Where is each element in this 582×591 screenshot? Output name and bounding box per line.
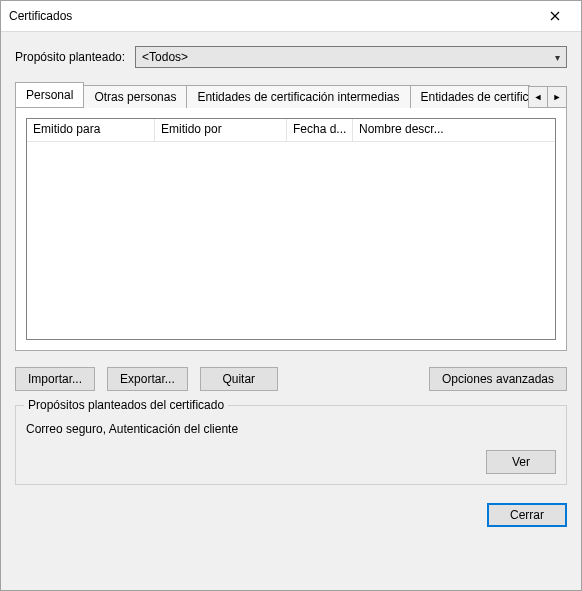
- tab-scroll-right[interactable]: ►: [547, 86, 567, 108]
- col-issued-to[interactable]: Emitido para: [27, 119, 155, 141]
- remove-button[interactable]: Quitar: [200, 367, 278, 391]
- purpose-selected-value: <Todos>: [142, 50, 188, 64]
- chevron-down-icon: ▾: [555, 52, 560, 63]
- tab-intermediate-ca[interactable]: Entidades de certificación intermedias: [186, 85, 410, 108]
- titlebar: Certificados: [1, 1, 581, 32]
- tab-label: Personal: [26, 88, 73, 102]
- view-button[interactable]: Ver: [486, 450, 556, 474]
- cert-purposes-text: Correo seguro, Autenticación del cliente: [26, 422, 556, 436]
- close-button[interactable]: Cerrar: [487, 503, 567, 527]
- export-button[interactable]: Exportar...: [107, 367, 188, 391]
- col-label: Fecha d...: [293, 122, 346, 136]
- col-label: Emitido por: [161, 122, 222, 136]
- import-button[interactable]: Importar...: [15, 367, 95, 391]
- client-area: Propósito planteado: <Todos> ▾ Personal …: [1, 32, 581, 590]
- purpose-select[interactable]: <Todos> ▾: [135, 46, 567, 68]
- footer: Cerrar: [15, 503, 567, 527]
- group-legend: Propósitos planteados del certificado: [24, 398, 228, 412]
- tab-personal[interactable]: Personal: [15, 82, 84, 107]
- col-label: Emitido para: [33, 122, 100, 136]
- tab-other-people[interactable]: Otras personas: [83, 85, 187, 108]
- tab-panel: Emitido para Emitido por Fecha d... Nomb…: [15, 107, 567, 351]
- tab-scroll-nav: ◄ ►: [529, 86, 567, 108]
- certificates-list[interactable]: Emitido para Emitido por Fecha d... Nomb…: [26, 118, 556, 340]
- col-label: Nombre descr...: [359, 122, 444, 136]
- list-header: Emitido para Emitido por Fecha d... Nomb…: [27, 119, 555, 142]
- cert-purposes-group: Propósitos planteados del certificado Co…: [15, 405, 567, 485]
- tab-label: Entidades de certificación intermedias: [197, 90, 399, 104]
- col-expiry[interactable]: Fecha d...: [287, 119, 353, 141]
- list-body[interactable]: [27, 142, 555, 340]
- tab-label: Entidades de certificac: [421, 90, 530, 104]
- purpose-label: Propósito planteado:: [15, 50, 125, 64]
- tab-label: Otras personas: [94, 90, 176, 104]
- col-issued-by[interactable]: Emitido por: [155, 119, 287, 141]
- close-icon[interactable]: [535, 2, 575, 30]
- tab-root-ca[interactable]: Entidades de certificac: [410, 85, 530, 108]
- purpose-row: Propósito planteado: <Todos> ▾: [15, 46, 567, 68]
- tab-scroll-left[interactable]: ◄: [528, 86, 548, 108]
- advanced-options-button[interactable]: Opciones avanzadas: [429, 367, 567, 391]
- col-friendly-name[interactable]: Nombre descr...: [353, 119, 555, 141]
- action-buttons-row: Importar... Exportar... Quitar Opciones …: [15, 367, 567, 391]
- certificates-window: Certificados Propósito planteado: <Todos…: [0, 0, 582, 591]
- window-title: Certificados: [9, 9, 72, 23]
- tabstrip: Personal Otras personas Entidades de cer…: [15, 82, 567, 107]
